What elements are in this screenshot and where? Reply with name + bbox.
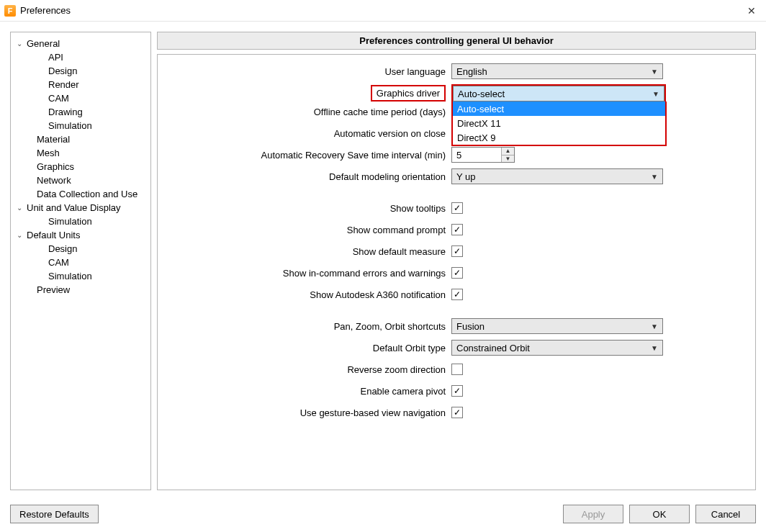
graphics-driver-option[interactable]: Auto-select [453, 102, 665, 116]
sidebar-item-label: General [27, 38, 60, 49]
show-a360-checkbox[interactable]: ✓ [451, 289, 463, 300]
pan-zoom-orbit-label: Pan, Zoom, Orbit shortcuts [165, 321, 451, 332]
sidebar-item-label: Data Collection and Use [37, 189, 138, 199]
enable-cam-pivot-label: Enable camera pivot [165, 386, 451, 397]
sidebar-item-label: Drawing [48, 107, 83, 117]
sidebar-item[interactable]: Simulation [14, 119, 148, 132]
reverse-zoom-checkbox[interactable] [451, 364, 463, 375]
sidebar: ⌄GeneralAPIDesignRenderCAMDrawingSimulat… [10, 32, 151, 490]
sidebar-item-label: Preview [37, 284, 70, 295]
sidebar-item-label: Material [37, 134, 70, 145]
show-in-cmd-err-label: Show in-command errors and warnings [165, 268, 451, 279]
restore-defaults-button[interactable]: Restore Defaults [10, 505, 99, 523]
sidebar-item-label: Simulation [48, 120, 92, 131]
show-def-measure-checkbox[interactable]: ✓ [451, 245, 463, 257]
show-def-measure-label: Show default measure [165, 246, 451, 257]
sidebar-item[interactable]: ⌄Default Units [14, 228, 148, 242]
sidebar-item[interactable]: Simulation [14, 269, 148, 283]
recovery-interval-value: 5 [452, 150, 461, 161]
button-bar: Restore Defaults Apply OK Cancel [10, 505, 756, 523]
user-language-combo[interactable]: English ▼ [451, 63, 663, 79]
graphics-driver-option[interactable]: DirectX 11 [453, 116, 665, 130]
sidebar-item-label: API [48, 52, 63, 63]
sidebar-item[interactable]: Preview [14, 283, 148, 297]
spinner-up-icon[interactable]: ▲ [502, 148, 514, 155]
show-tooltips-label: Show tooltips [165, 203, 451, 214]
sidebar-item[interactable]: Design [14, 242, 148, 256]
sidebar-item[interactable]: Simulation [14, 215, 148, 228]
sidebar-item[interactable]: Mesh [14, 146, 148, 160]
chevron-down-icon: ▼ [651, 323, 658, 330]
sidebar-item[interactable]: ⌄General [14, 37, 148, 50]
sidebar-item-label: Mesh [37, 148, 60, 158]
close-icon[interactable]: ✕ [743, 2, 760, 19]
tree-expand-icon[interactable]: ⌄ [17, 204, 27, 212]
sidebar-item-label: Graphics [37, 161, 74, 172]
sidebar-item[interactable]: Network [14, 173, 148, 187]
default-orientation-combo[interactable]: Y up ▼ [451, 168, 663, 184]
pan-zoom-orbit-combo[interactable]: Fusion ▼ [451, 318, 663, 334]
sidebar-item-label: Render [48, 79, 79, 90]
app-icon: F [4, 5, 16, 17]
graphics-driver-option[interactable]: DirectX 9 [453, 130, 665, 145]
sidebar-item-label: Network [37, 175, 71, 186]
tree-expand-icon[interactable]: ⌄ [17, 40, 27, 48]
user-language-value: English [456, 66, 487, 77]
show-tooltips-checkbox[interactable]: ✓ [451, 202, 463, 214]
reverse-zoom-label: Reverse zoom direction [165, 364, 451, 375]
titlebar: F Preferences ✕ [0, 0, 766, 22]
show-in-cmd-err-checkbox[interactable]: ✓ [451, 267, 463, 279]
graphics-driver-dropdown[interactable]: Auto-selectDirectX 11DirectX 9 [451, 102, 667, 146]
chevron-down-icon: ▼ [651, 173, 658, 181]
window-title: Preferences [20, 5, 71, 16]
sidebar-item[interactable]: CAM [14, 91, 148, 105]
sidebar-item[interactable]: Design [14, 64, 148, 78]
pan-zoom-orbit-value: Fusion [456, 321, 485, 332]
chevron-down-icon: ▼ [651, 344, 658, 352]
sidebar-item-label: Design [48, 66, 77, 76]
sidebar-item-label: Default Units [27, 230, 80, 240]
sidebar-item[interactable]: Graphics [14, 160, 148, 173]
sidebar-item-label: Unit and Value Display [27, 202, 121, 213]
recovery-interval-spinner[interactable]: 5 ▲ ▼ [451, 147, 515, 163]
graphics-driver-value: Auto-select [458, 89, 505, 99]
sidebar-item-label: Simulation [48, 216, 92, 227]
default-orbit-value: Constrained Orbit [456, 343, 530, 353]
enable-cam-pivot-checkbox[interactable]: ✓ [451, 385, 463, 397]
chevron-down-icon: ▼ [652, 90, 659, 98]
cancel-button[interactable]: Cancel [695, 505, 756, 523]
main-panel: User language English ▼ Graphics driver [157, 54, 756, 490]
sidebar-item[interactable]: ⌄Unit and Value Display [14, 201, 148, 215]
user-language-label: User language [165, 66, 451, 77]
graphics-driver-label: Graphics driver [371, 85, 446, 102]
sidebar-item-label: Simulation [48, 271, 92, 281]
ok-button[interactable]: OK [629, 505, 690, 523]
recovery-interval-label: Automatic Recovery Save time interval (m… [165, 150, 451, 161]
apply-button[interactable]: Apply [563, 505, 623, 523]
graphics-driver-combo[interactable]: Auto-select ▼ [453, 86, 664, 102]
section-header: Preferences controlling general UI behav… [157, 32, 756, 50]
show-a360-label: Show Autodesk A360 notification [165, 289, 451, 300]
gesture-nav-label: Use gesture-based view navigation [165, 407, 451, 418]
sidebar-item[interactable]: Material [14, 132, 148, 146]
sidebar-item[interactable]: Render [14, 78, 148, 91]
auto-version-close-label: Automatic version on close [165, 128, 451, 139]
default-orbit-label: Default Orbit type [165, 343, 451, 353]
offline-cache-label: Offline cache time period (days) [165, 107, 451, 117]
show-cmd-prompt-checkbox[interactable]: ✓ [451, 224, 463, 235]
sidebar-item[interactable]: CAM [14, 256, 148, 269]
sidebar-item-label: CAM [48, 257, 69, 268]
sidebar-item-label: CAM [48, 93, 69, 104]
default-orbit-combo[interactable]: Constrained Orbit ▼ [451, 340, 663, 356]
default-orientation-value: Y up [456, 171, 476, 182]
chevron-down-icon: ▼ [651, 68, 658, 76]
sidebar-item[interactable]: API [14, 50, 148, 64]
sidebar-item-label: Design [48, 243, 77, 254]
spinner-down-icon[interactable]: ▼ [502, 155, 514, 163]
sidebar-item[interactable]: Data Collection and Use [14, 187, 148, 201]
tree-expand-icon[interactable]: ⌄ [17, 231, 27, 239]
show-cmd-prompt-label: Show command prompt [165, 225, 451, 235]
sidebar-item[interactable]: Drawing [14, 105, 148, 119]
default-orientation-label: Default modeling orientation [165, 171, 451, 182]
gesture-nav-checkbox[interactable]: ✓ [451, 407, 463, 418]
